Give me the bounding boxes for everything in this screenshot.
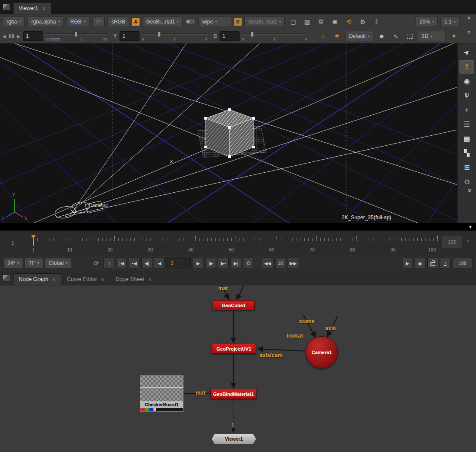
gain-slider[interactable]: 0.015625 1 64 <box>46 30 107 42</box>
gear-icon[interactable]: ⚙ <box>357 17 368 27</box>
viewer-3d-viewport[interactable]: Camera1 Y X Z 2K_Super_35(full-ap) ➤ ↥ ◉… <box>0 44 476 223</box>
saturation-slider[interactable]: 0 1 4 <box>242 30 307 42</box>
play-button[interactable]: ▶ <box>193 258 203 268</box>
collapse-toolbar-icon[interactable]: » <box>463 16 473 27</box>
monitor-out-icon[interactable]: ⧉ <box>315 17 326 27</box>
wand-icon[interactable]: ✦ <box>448 31 459 41</box>
end-frame-field[interactable]: 100 <box>453 258 473 268</box>
gamma-slider-handle[interactable] <box>158 31 161 37</box>
fstop-up-icon[interactable]: ▶ <box>17 34 20 39</box>
chevron-down-icon: ▾ <box>432 20 434 23</box>
gamma-slider[interactable]: 0 1 4 <box>142 30 207 42</box>
node-camera1[interactable]: Camera1 <box>306 336 338 368</box>
gain-field[interactable]: 1 <box>23 31 43 41</box>
channels-dropdown[interactable]: rgba ▾ <box>3 17 25 27</box>
scene-tree-tool[interactable]: ⋔ <box>459 89 474 102</box>
panel-split-icon[interactable] <box>3 3 10 10</box>
wireframe-grid-icon[interactable]: # <box>331 31 343 41</box>
play-backward-button[interactable]: ◀ <box>154 258 165 268</box>
tab-viewer1[interactable]: Viewer1 × <box>13 2 51 14</box>
node-checkerboard1[interactable]: CheckerBoard1 <box>140 375 183 412</box>
fstop-down-icon[interactable]: ◀ <box>3 34 6 39</box>
format-frame-icon[interactable]: ▢ <box>287 17 299 27</box>
colorspace-button[interactable]: sRGB <box>107 17 129 27</box>
proxy-mode-icon[interactable]: ≣ <box>329 17 340 27</box>
timeline-collapse-icon[interactable]: » <box>465 239 471 242</box>
step-forward-button[interactable]: |▶ <box>205 258 216 268</box>
gain-slider-handle[interactable] <box>74 31 77 37</box>
curve-icon[interactable]: ∿ <box>390 31 401 41</box>
step-back-button[interactable]: ◀| <box>141 258 152 268</box>
translate-tool[interactable]: ↥ <box>459 60 474 74</box>
split-handle-icon[interactable]: ▼ <box>468 224 473 229</box>
go-to-end-button[interactable]: ▶| <box>230 258 241 268</box>
checker-background-icon[interactable]: ▨ <box>301 17 313 27</box>
more-tools[interactable]: » <box>460 189 474 204</box>
viewer-split-bar[interactable]: ▼ <box>0 223 476 231</box>
set-in-button[interactable]: I <box>103 258 114 268</box>
prev-keyframe-button[interactable]: •◀ <box>129 258 140 268</box>
close-icon[interactable]: × <box>42 6 46 11</box>
snap-tool[interactable]: + <box>459 103 474 117</box>
node-geocube1[interactable]: GeoCube1 <box>213 300 255 310</box>
playhead-line[interactable] <box>33 236 34 246</box>
capture-tool[interactable]: ⧉ <box>459 175 474 188</box>
increment-button[interactable]: ▶▶ <box>288 258 299 268</box>
view-mode-dropdown[interactable]: 3D ▾ <box>418 31 446 41</box>
input-a-dropdown[interactable]: GeoBi...rial1 ▾ <box>142 17 183 27</box>
go-to-start-button[interactable]: |◀ <box>116 258 127 268</box>
pixel-aspect-dropdown[interactable]: 1:1 ▾ <box>440 17 459 27</box>
gamma-field[interactable]: 1 <box>120 31 140 41</box>
pause-icon[interactable]: ‖ <box>371 17 382 27</box>
save-layout-button[interactable]: ↓ <box>440 258 451 268</box>
timeline[interactable]: 1 1 10 20 30 40 50 60 70 80 90 100 100 » <box>0 231 476 255</box>
next-keyframe-button[interactable]: ▶• <box>218 258 229 268</box>
lighting-icon[interactable]: ☼ <box>317 31 329 41</box>
frame-step-field[interactable]: 10 <box>275 258 286 268</box>
close-icon[interactable]: × <box>101 277 104 282</box>
input-process-button[interactable]: IP <box>92 17 105 27</box>
layers-tool[interactable]: ☰ <box>459 117 474 131</box>
panel-split-icon[interactable] <box>3 275 10 281</box>
tab-node-graph[interactable]: Node Graph × <box>13 273 61 285</box>
select-tool[interactable]: ➤ <box>459 46 474 59</box>
node-graph[interactable]: mat scene axis lookat axis/cam mat 1 Geo… <box>0 285 476 452</box>
quad-view-tool[interactable]: ▚ <box>459 146 474 160</box>
refresh-icon[interactable]: ⟲ <box>343 17 354 27</box>
input-b-dropdown[interactable]: GeoBi...rial1 ▾ <box>244 17 285 27</box>
alpha-dropdown[interactable]: rgba.alpha ▾ <box>27 17 64 27</box>
region-button[interactable]: ▣ <box>415 258 426 268</box>
tab-dope-sheet[interactable]: Dope Sheet × <box>110 273 157 285</box>
occlusion-icon[interactable]: ☻ <box>376 31 387 41</box>
timeline-range-end[interactable]: 100 <box>442 236 463 249</box>
tab-curve-editor[interactable]: Curve Editor × <box>61 273 110 285</box>
roi-icon[interactable] <box>404 31 415 41</box>
frame-range-dropdown[interactable]: Global ▾ <box>45 258 72 268</box>
node-geobindmaterial1[interactable]: GeoBindMaterial1 <box>210 389 256 399</box>
collapse-toolbar-icon[interactable]: » <box>463 30 473 42</box>
playback-loop-icon[interactable]: ⟳ <box>90 258 102 268</box>
node-viewer1[interactable]: Viewer1 <box>212 434 256 444</box>
rotate-tool[interactable]: ◉ <box>459 74 474 88</box>
lock-range-button[interactable] <box>427 258 438 268</box>
saturation-field[interactable]: 1 <box>220 31 240 41</box>
fps-dropdown[interactable]: 24* ▾ <box>3 258 23 268</box>
flipbook-render-button[interactable]: ▶ <box>402 258 413 268</box>
saturation-slider-handle[interactable] <box>251 31 254 37</box>
zoom-dropdown[interactable]: 25% ▾ <box>416 17 438 27</box>
layout-tool[interactable]: ⊞ <box>459 161 474 174</box>
tf-dropdown[interactable]: TF ▾ <box>25 258 43 268</box>
grid-view-tool[interactable]: ▦ <box>459 132 474 145</box>
close-icon[interactable]: × <box>148 277 152 282</box>
wipe-dropdown[interactable]: wipe ▾ <box>198 17 231 27</box>
node-geoprojectuv1[interactable]: GeoProjectUV1 <box>212 344 256 354</box>
tick-label: 50 <box>229 247 234 252</box>
display-style-dropdown[interactable]: RGB ▾ <box>67 17 90 27</box>
current-frame-field[interactable]: 1 <box>166 258 191 268</box>
close-icon[interactable]: × <box>52 277 56 282</box>
shading-default-dropdown[interactable]: Default ▾ <box>345 31 373 41</box>
ab-blend-toggle[interactable] <box>185 19 196 24</box>
geo-cube[interactable] <box>206 110 253 157</box>
set-out-button[interactable]: O <box>243 258 254 268</box>
decrement-button[interactable]: ◀◀ <box>262 258 273 268</box>
